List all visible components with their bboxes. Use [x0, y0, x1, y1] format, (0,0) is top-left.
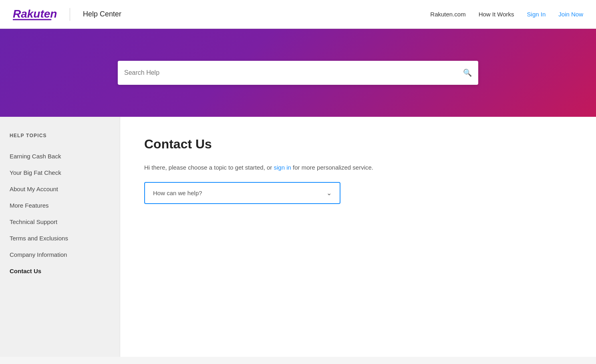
- intro-text: Hi there, please choose a topic to get s…: [144, 163, 572, 172]
- sidebar-item-your-big-fat-check[interactable]: Your Big Fat Check: [10, 164, 110, 181]
- help-topic-dropdown[interactable]: How can we help? ⌄: [144, 182, 340, 204]
- nav-sign-in[interactable]: Sign In: [527, 11, 546, 18]
- intro-suffix: for more personalized service.: [291, 164, 373, 171]
- page-title: Contact Us: [144, 137, 572, 152]
- sidebar-item-earning-cash-back[interactable]: Earning Cash Back: [10, 148, 110, 164]
- sidebar-heading: HELP TOPICS: [10, 133, 110, 138]
- sidebar-item-terms-and-exclusions[interactable]: Terms and Exclusions: [10, 230, 110, 246]
- main-layout: HELP TOPICS Earning Cash Back Your Big F…: [0, 117, 596, 357]
- search-icon: 🔍: [463, 68, 472, 77]
- nav-how-it-works[interactable]: How It Works: [479, 11, 514, 18]
- main-content: Contact Us Hi there, please choose a top…: [120, 117, 596, 357]
- sidebar-item-more-features[interactable]: More Features: [10, 197, 110, 214]
- intro-prefix: Hi there, please choose a topic to get s…: [144, 164, 274, 171]
- chevron-down-icon: ⌄: [326, 189, 332, 197]
- svg-text:Rakuten: Rakuten: [13, 8, 57, 20]
- sidebar-item-contact-us[interactable]: Contact Us: [10, 263, 110, 279]
- nav-join-now[interactable]: Join Now: [558, 11, 583, 18]
- header-divider: [70, 8, 70, 21]
- nav-rakuten-com[interactable]: Rakuten.com: [430, 11, 465, 18]
- rakuten-svg-logo: Rakuten: [13, 6, 57, 21]
- rakuten-logo: Rakuten: [13, 6, 57, 22]
- logo-area: Rakuten Help Center: [13, 6, 121, 22]
- header: Rakuten Help Center Rakuten.com How It W…: [0, 0, 596, 29]
- search-bar[interactable]: 🔍: [118, 61, 478, 85]
- help-select-label: How can we help?: [153, 190, 202, 196]
- header-nav: Rakuten.com How It Works Sign In Join No…: [430, 11, 583, 18]
- hero-section: 🔍: [0, 29, 596, 117]
- search-input[interactable]: [124, 69, 463, 76]
- sidebar: HELP TOPICS Earning Cash Back Your Big F…: [0, 117, 120, 357]
- sidebar-item-about-my-account[interactable]: About My Account: [10, 181, 110, 197]
- sidebar-item-company-information[interactable]: Company Information: [10, 246, 110, 263]
- sign-in-link[interactable]: sign in: [274, 164, 291, 171]
- sidebar-item-technical-support[interactable]: Technical Support: [10, 214, 110, 230]
- help-center-title: Help Center: [83, 10, 121, 18]
